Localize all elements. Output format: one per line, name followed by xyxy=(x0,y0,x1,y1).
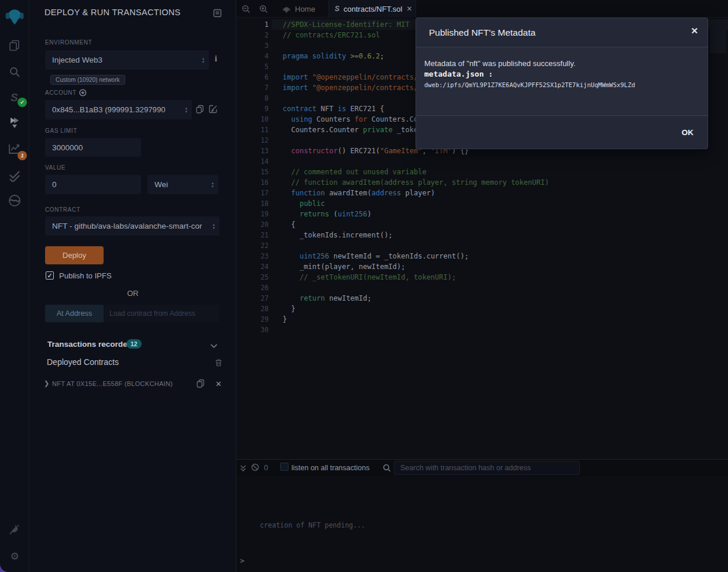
at-address-input[interactable] xyxy=(104,305,219,322)
line-number: 18 xyxy=(236,198,269,209)
home-tab-logo-icon xyxy=(282,5,291,13)
deployed-contracts-label: Deployed Contracts xyxy=(47,357,119,367)
terminal-log-line: creation of NFT pending... xyxy=(260,521,365,529)
modal-title: Published NFT's Metadata xyxy=(429,27,535,38)
line-number: 20 xyxy=(236,219,269,230)
line-number: 16 xyxy=(236,177,269,188)
modal-message: Metadata of "nft" was published successf… xyxy=(424,59,575,68)
select-arrows-icon: ▴▾ xyxy=(211,181,214,188)
settings-icon[interactable]: ⚙ xyxy=(0,550,29,563)
add-account-icon[interactable] xyxy=(79,88,87,99)
line-number: 6 xyxy=(236,72,269,82)
code-line xyxy=(283,325,549,335)
documentation-icon[interactable] xyxy=(213,9,222,20)
editor-scrollbar[interactable] xyxy=(710,19,726,53)
edit-account-icon[interactable] xyxy=(209,105,218,116)
listen-all-checkbox[interactable] xyxy=(280,463,289,471)
code-line: uint256 newItemId = _tokenIds.current(); xyxy=(283,251,549,261)
line-number: 17 xyxy=(236,188,269,198)
code-line: } xyxy=(283,314,549,325)
terminal-toolbar: 0 listen on all transactions xyxy=(236,460,728,476)
contract-value: NFT - github/ava-labs/avalanche-smart-co… xyxy=(52,216,211,236)
panel-title: DEPLOY & RUN TRANSACTIONS xyxy=(44,8,181,17)
line-number: 7 xyxy=(236,82,269,93)
remix-logo-icon[interactable] xyxy=(0,4,29,26)
copy-account-icon[interactable] xyxy=(195,105,204,116)
line-number: 14 xyxy=(236,156,269,167)
line-number: 12 xyxy=(236,135,269,146)
environment-info-icon[interactable]: i xyxy=(215,54,217,64)
deployed-item-label: NFT AT 0X15E...E558F (BLOCKCHAIN) xyxy=(52,380,173,387)
deploy-button[interactable]: Deploy xyxy=(45,246,104,264)
publish-ipfs-checkbox[interactable] xyxy=(46,271,54,280)
line-number: 10 xyxy=(236,114,269,125)
line-number: 8 xyxy=(236,93,269,104)
remove-contract-icon[interactable]: ✕ xyxy=(215,380,222,388)
line-number: 23 xyxy=(236,251,269,261)
line-number: 22 xyxy=(236,240,269,251)
remix-ide-app: S ✓ 1 xyxy=(0,0,728,572)
clear-console-icon[interactable] xyxy=(251,463,259,474)
code-line: returns (uint256) xyxy=(283,209,549,219)
select-arrows-icon: ▴▾ xyxy=(212,223,215,230)
zoom-in-icon[interactable] xyxy=(259,5,268,16)
compile-success-badge-icon: ✓ xyxy=(18,98,27,107)
line-number: 26 xyxy=(236,282,269,293)
tab-file-label: contracts/NFT.sol xyxy=(344,5,402,13)
at-address-button[interactable]: At Address xyxy=(45,305,104,322)
code-line xyxy=(283,240,549,251)
tab-home-label: Home xyxy=(295,5,315,13)
tab-close-icon[interactable]: ✕ xyxy=(406,5,412,13)
value-unit-select[interactable]: Wei ▴▾ xyxy=(147,175,218,194)
value-input[interactable] xyxy=(45,175,141,194)
code-line xyxy=(283,156,549,167)
trash-icon[interactable] xyxy=(215,359,222,369)
line-number: 24 xyxy=(236,261,269,272)
value-unit: Wei xyxy=(154,175,168,194)
code-line: // function awardItem(address player, st… xyxy=(283,177,549,188)
code-line: function awardItem(address player) xyxy=(283,188,549,198)
gas-limit-field xyxy=(45,138,141,157)
copy-contract-icon[interactable] xyxy=(196,379,205,391)
modal-file-label: metadata.json : xyxy=(424,70,493,78)
line-number: 21 xyxy=(236,230,269,240)
expand-terminal-icon[interactable] xyxy=(239,464,247,474)
account-select[interactable]: 0x845...B1aB3 (999991.3297990 ▴▾ xyxy=(45,100,192,119)
ok-button[interactable]: OK xyxy=(675,125,700,140)
code-line: // commented out unused variable xyxy=(283,167,549,177)
line-number: 30 xyxy=(236,325,269,335)
terminal-search-icon xyxy=(383,464,391,474)
line-number: 19 xyxy=(236,209,269,219)
solidity-file-icon: S xyxy=(335,5,339,13)
sourcify-icon[interactable] xyxy=(0,194,29,208)
select-arrows-icon: ▴▾ xyxy=(202,57,204,64)
code-line: _mint(player, newItemId); xyxy=(283,261,549,272)
unit-testing-icon[interactable] xyxy=(0,168,29,182)
deploy-run-icon[interactable] xyxy=(0,116,29,130)
code-line: { xyxy=(283,219,549,230)
line-number: 28 xyxy=(236,304,269,314)
deployed-item-expand-icon[interactable]: ❯ xyxy=(44,380,49,387)
file-explorer-icon[interactable] xyxy=(0,39,29,52)
tab-file-nft-sol[interactable]: S contracts/NFT.sol ✕ xyxy=(328,0,416,18)
contract-select[interactable]: NFT - github/ava-labs/avalanche-smart-co… xyxy=(45,216,219,236)
modal-close-icon[interactable]: ✕ xyxy=(691,26,698,36)
tab-home[interactable]: Home xyxy=(277,0,320,18)
search-icon[interactable] xyxy=(0,66,29,78)
account-value: 0x845...B1aB3 (999991.3297990 xyxy=(52,100,180,119)
environment-value: Injected Web3 xyxy=(52,50,198,70)
deploy-run-panel: DEPLOY & RUN TRANSACTIONS ENVIRONMENT In… xyxy=(30,0,236,572)
zoom-out-icon[interactable] xyxy=(242,5,250,16)
transactions-recorded-label: Transactions recorded xyxy=(47,340,132,349)
transactions-chevron-down-icon[interactable] xyxy=(210,340,218,351)
line-number: 15 xyxy=(236,167,269,177)
select-arrows-icon: ▴▾ xyxy=(185,106,187,113)
line-number: 2 xyxy=(236,30,269,40)
gas-limit-input[interactable] xyxy=(45,138,141,157)
environment-select[interactable]: Injected Web3 ▴▾ xyxy=(45,50,209,70)
terminal-search-input[interactable] xyxy=(394,461,580,475)
line-number: 3 xyxy=(236,40,269,51)
listen-all-label: listen on all transactions xyxy=(291,464,369,472)
plugin-manager-icon[interactable] xyxy=(0,523,29,537)
code-line xyxy=(283,282,549,293)
